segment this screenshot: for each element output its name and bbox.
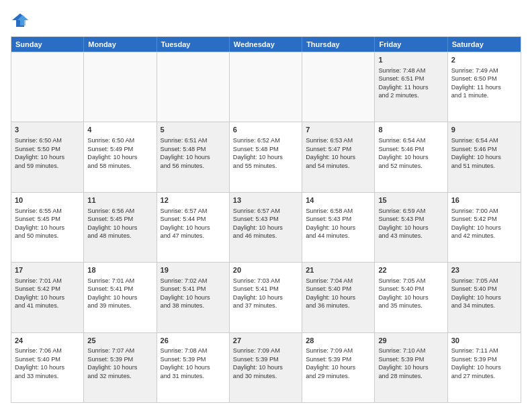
day-info: and 44 minutes. [306,232,371,240]
day-info: Daylight: 10 hours [378,224,443,232]
day-info: Sunrise: 6:50 AM [87,136,152,144]
day-info: Sunset: 5:49 PM [87,145,152,153]
day-info: Sunrise: 7:48 AM [378,66,443,75]
day-info: Sunset: 5:48 PM [233,145,298,153]
day-info: and 55 minutes. [233,162,298,170]
calendar: SundayMondayTuesdayWednesdayThursdayFrid… [11,36,521,403]
calendar-header: SundayMondayTuesdayWednesdayThursdayFrid… [11,37,521,52]
day-info: Sunrise: 7:08 AM [161,347,226,355]
calendar-body: 1Sunrise: 7:48 AMSunset: 6:51 PMDaylight… [11,52,521,402]
header-day-monday: Monday [84,37,157,52]
day-info: Sunrise: 7:01 AM [87,277,152,285]
day-info: and 37 minutes. [233,302,298,310]
day-info: Sunrise: 7:49 AM [451,66,517,75]
calendar-day-14: 14Sunrise: 6:58 AMSunset: 5:43 PMDayligh… [302,193,375,262]
day-info: Daylight: 10 hours [306,293,371,302]
calendar-day-20: 20Sunrise: 7:03 AMSunset: 5:41 PMDayligh… [230,263,302,332]
day-number: 21 [306,265,371,275]
day-info: Sunset: 5:39 PM [378,355,443,363]
calendar-day-10: 10Sunrise: 6:55 AMSunset: 5:45 PMDayligh… [11,193,84,262]
day-info: Sunset: 5:39 PM [306,355,371,363]
day-info: Daylight: 10 hours [233,224,298,232]
day-info: Sunset: 5:40 PM [306,285,371,293]
day-info: Sunrise: 6:51 AM [161,136,226,144]
day-number: 17 [15,265,80,275]
calendar-day-6: 6Sunrise: 6:52 AMSunset: 5:48 PMDaylight… [230,122,302,191]
day-info: Daylight: 10 hours [15,153,80,161]
day-info: Sunset: 5:39 PM [233,355,298,363]
day-number: 5 [161,125,226,135]
header-day-saturday: Saturday [448,37,521,52]
calendar-day-12: 12Sunrise: 6:57 AMSunset: 5:44 PMDayligh… [157,193,230,262]
day-info: and 1 minute. [451,91,517,99]
day-info: Daylight: 10 hours [378,363,443,371]
day-info: Sunrise: 7:09 AM [233,347,298,355]
day-info: Daylight: 10 hours [378,293,443,302]
day-number: 28 [306,336,371,346]
calendar-day-5: 5Sunrise: 6:51 AMSunset: 5:48 PMDaylight… [157,122,230,191]
calendar-day-17: 17Sunrise: 7:01 AMSunset: 5:42 PMDayligh… [11,263,84,332]
calendar-day-2: 2Sunrise: 7:49 AMSunset: 6:50 PMDaylight… [448,52,521,122]
calendar-empty-cell [302,52,375,122]
calendar-day-13: 13Sunrise: 6:57 AMSunset: 5:43 PMDayligh… [230,193,302,262]
day-info: and 56 minutes. [161,162,226,170]
day-info: Sunset: 5:43 PM [233,215,298,223]
calendar-empty-cell [230,52,302,122]
day-info: and 42 minutes. [451,232,517,240]
day-number: 26 [161,336,226,346]
day-info: and 28 minutes. [378,372,443,380]
header-day-sunday: Sunday [11,37,84,52]
day-info: Sunset: 5:42 PM [451,215,517,223]
day-info: and 48 minutes. [87,232,152,240]
day-info: Sunset: 6:51 PM [378,75,443,83]
calendar-day-19: 19Sunrise: 7:02 AMSunset: 5:41 PMDayligh… [157,263,230,332]
day-info: Sunset: 5:46 PM [451,145,517,153]
day-info: Sunrise: 7:10 AM [378,347,443,355]
day-info: Sunset: 5:40 PM [451,285,517,293]
calendar-day-11: 11Sunrise: 6:56 AMSunset: 5:45 PMDayligh… [84,193,157,262]
day-info: Sunset: 5:42 PM [15,285,80,293]
calendar-day-8: 8Sunrise: 6:54 AMSunset: 5:46 PMDaylight… [375,122,447,191]
day-info: and 2 minutes. [378,91,443,99]
day-info: Daylight: 10 hours [451,153,517,161]
day-number: 25 [87,336,152,346]
day-info: and 31 minutes. [161,372,226,380]
day-info: and 36 minutes. [306,302,371,310]
day-info: Daylight: 10 hours [233,293,298,302]
day-info: Sunset: 5:39 PM [87,355,152,363]
day-info: and 29 minutes. [306,372,371,380]
day-info: Sunset: 5:45 PM [87,215,152,223]
day-number: 16 [451,195,517,205]
day-info: Daylight: 10 hours [87,363,152,371]
day-info: Daylight: 11 hours [451,83,517,91]
day-info: Daylight: 10 hours [15,224,80,232]
calendar-row-4: 24Sunrise: 7:06 AMSunset: 5:40 PMDayligh… [11,332,521,402]
calendar-day-1: 1Sunrise: 7:48 AMSunset: 6:51 PMDaylight… [375,52,447,122]
calendar-row-2: 10Sunrise: 6:55 AMSunset: 5:45 PMDayligh… [11,192,521,262]
calendar-day-21: 21Sunrise: 7:04 AMSunset: 5:40 PMDayligh… [302,263,375,332]
day-info: Sunset: 5:41 PM [161,285,226,293]
day-info: Sunrise: 7:01 AM [15,277,80,285]
day-number: 22 [378,265,443,275]
day-info: Sunrise: 6:54 AM [378,136,443,144]
day-info: Sunrise: 6:56 AM [87,207,152,215]
day-info: Sunset: 5:41 PM [87,285,152,293]
calendar-day-23: 23Sunrise: 7:05 AMSunset: 5:40 PMDayligh… [448,263,521,332]
day-info: Sunrise: 7:02 AM [161,277,226,285]
day-number: 1 [378,55,443,65]
day-number: 11 [87,195,152,205]
day-info: Sunrise: 7:07 AM [87,347,152,355]
day-number: 24 [15,336,80,346]
day-number: 23 [451,265,517,275]
calendar-day-7: 7Sunrise: 6:53 AMSunset: 5:47 PMDaylight… [302,122,375,191]
calendar-empty-cell [11,52,84,122]
day-info: Daylight: 10 hours [15,293,80,302]
day-number: 14 [306,195,371,205]
day-number: 18 [87,265,152,275]
day-number: 19 [161,265,226,275]
calendar-day-24: 24Sunrise: 7:06 AMSunset: 5:40 PMDayligh… [11,333,84,402]
day-info: Sunrise: 6:54 AM [451,136,517,144]
day-info: Sunset: 5:39 PM [451,355,517,363]
calendar-empty-cell [84,52,157,122]
day-info: Sunset: 5:39 PM [161,355,226,363]
